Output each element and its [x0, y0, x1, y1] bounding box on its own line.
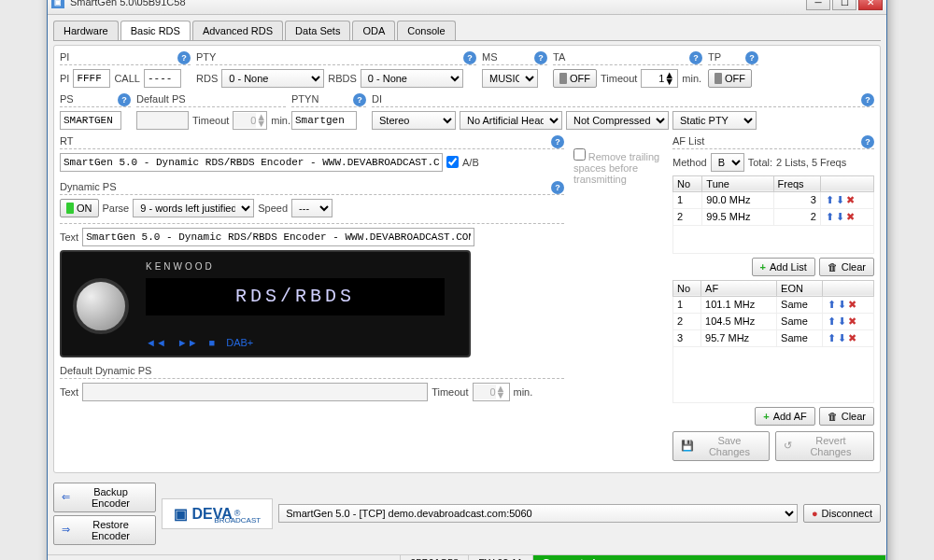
- default-ps-group-label: Default PS: [136, 93, 286, 105]
- di-head-select[interactable]: No Artificial Head: [460, 111, 562, 130]
- arrow-down-icon[interactable]: ⬇: [838, 315, 846, 328]
- close-button[interactable]: ✕: [858, 0, 883, 10]
- help-icon[interactable]: ?: [177, 51, 191, 64]
- af-method-select[interactable]: B: [711, 153, 744, 172]
- ta-timeout-label: Timeout: [601, 73, 637, 84]
- disconnect-button[interactable]: ●Disconnect: [803, 504, 881, 523]
- save-changes-button[interactable]: 💾Save Changes: [672, 431, 770, 461]
- help-icon[interactable]: ?: [463, 51, 476, 64]
- di-pty-select[interactable]: Static PTY: [672, 111, 757, 130]
- rt-trailing-option[interactable]: Remove trailing spaces before transmitti…: [573, 148, 667, 185]
- help-icon[interactable]: ?: [551, 181, 564, 194]
- pi-group-label: PI: [60, 51, 191, 63]
- arrow-up-icon[interactable]: ⬆: [828, 299, 836, 311]
- default-ps-timeout-spinner: ▲▼: [233, 111, 267, 130]
- led-off-icon: [559, 73, 567, 84]
- app-window: ▣ SmartGen 5.0\05B91C58 ─ ☐ ✕ Hardware B…: [47, 0, 887, 560]
- ta-timeout-spinner[interactable]: ▲▼: [641, 69, 678, 88]
- default-ps-input: [136, 111, 189, 130]
- maximize-button[interactable]: ☐: [832, 0, 856, 10]
- ps-input[interactable]: [60, 111, 121, 130]
- revert-changes-button[interactable]: ↺Revert Changes: [775, 431, 874, 461]
- default-dps-timeout-spinner: ▲▼: [473, 383, 510, 401]
- table-row[interactable]: 2104.5 MHzSame⬆⬇✖: [673, 313, 874, 329]
- revert-icon: ↺: [784, 440, 792, 452]
- help-icon[interactable]: ?: [745, 51, 758, 64]
- arrow-up-icon[interactable]: ⬆: [826, 194, 834, 206]
- ms-select[interactable]: MUSIC: [482, 69, 538, 88]
- arrow-up-icon[interactable]: ⬆: [828, 332, 836, 344]
- rt-input[interactable]: [60, 153, 443, 172]
- tab-console[interactable]: Console: [397, 21, 455, 40]
- backup-encoder-button[interactable]: ⇐Backup Encoder: [53, 483, 156, 512]
- help-icon[interactable]: ?: [118, 93, 131, 106]
- af-tune-table: NoTuneFreqs 190.0 MHz3⬆⬇✖ 299.5 MHz2⬆⬇✖: [672, 175, 874, 254]
- add-af-button[interactable]: +Add AF: [755, 407, 815, 426]
- call-input[interactable]: [144, 69, 181, 88]
- ptyn-input[interactable]: [291, 111, 357, 130]
- dps-group-label: Dynamic PS: [60, 181, 564, 192]
- ta-group-label: TA: [553, 51, 702, 63]
- arrow-down-icon[interactable]: ⬇: [838, 299, 846, 311]
- rds-label: RDS: [196, 73, 218, 84]
- dps-speed-select[interactable]: ---: [291, 199, 333, 217]
- di-stereo-select[interactable]: Stereo: [372, 111, 456, 130]
- delete-icon[interactable]: ✖: [846, 211, 855, 223]
- tp-toggle[interactable]: OFF: [708, 69, 752, 88]
- delete-icon[interactable]: ✖: [848, 299, 856, 311]
- status-serial: 05B91C58: [401, 555, 469, 561]
- delete-icon[interactable]: ✖: [846, 194, 855, 206]
- delete-icon[interactable]: ✖: [848, 315, 856, 328]
- delete-icon[interactable]: ✖: [848, 332, 856, 344]
- minimize-button[interactable]: ─: [806, 0, 830, 10]
- status-connected: Connected: [533, 555, 886, 561]
- rt-ab-checkbox[interactable]: [446, 156, 459, 168]
- ta-toggle[interactable]: OFF: [553, 69, 597, 88]
- deva-logo: ▣ DEVA® BROADCAST: [162, 498, 273, 529]
- help-icon[interactable]: ?: [534, 51, 547, 64]
- help-icon[interactable]: ?: [551, 135, 564, 148]
- radio-display-text: RDS/RBDS: [146, 278, 445, 315]
- default-dps-text-input: [82, 383, 428, 401]
- clear-list-button[interactable]: 🗑Clear: [819, 258, 874, 276]
- connection-select[interactable]: SmartGen 5.0 - [TCP] demo.devabroadcast.…: [278, 504, 798, 523]
- pi-input[interactable]: [73, 69, 110, 88]
- table-row[interactable]: 395.7 MHzSame⬆⬇✖: [673, 329, 874, 346]
- tab-data-sets[interactable]: Data Sets: [285, 21, 350, 40]
- af-freq-table: NoAFEON 1101.1 MHzSame⬆⬇✖ 2104.5 MHzSame…: [672, 280, 874, 403]
- di-comp-select[interactable]: Not Compressed: [566, 111, 669, 130]
- table-row[interactable]: 190.0 MHz3⬆⬇✖: [673, 191, 874, 208]
- app-icon: ▣: [51, 0, 64, 8]
- rt-group-label: RT: [60, 135, 564, 147]
- arrow-down-icon[interactable]: ⬇: [838, 332, 846, 344]
- table-row[interactable]: 299.5 MHz2⬆⬇✖: [673, 208, 874, 225]
- dps-toggle[interactable]: ON: [60, 199, 99, 217]
- dps-text-input[interactable]: [82, 228, 474, 246]
- status-firmware: FW:02.11: [469, 555, 533, 561]
- help-icon[interactable]: ?: [861, 135, 874, 148]
- default-dps-group-label: Default Dynamic PS: [60, 365, 564, 376]
- arrow-up-icon[interactable]: ⬆: [828, 315, 836, 328]
- clear-af-button[interactable]: 🗑Clear: [819, 407, 874, 426]
- arrow-down-icon[interactable]: ⬇: [836, 211, 844, 223]
- rds-select[interactable]: 0 - None: [221, 69, 324, 88]
- dps-parse-select[interactable]: 9 - words left justified: [133, 199, 254, 217]
- add-list-button[interactable]: +Add List: [752, 258, 815, 276]
- arrow-up-icon[interactable]: ⬆: [826, 211, 834, 223]
- pi-label: PI: [60, 73, 69, 84]
- tab-basic-rds[interactable]: Basic RDS: [120, 21, 191, 40]
- backup-icon: ⇐: [62, 491, 70, 503]
- radio-preview: KENWOOD RDS/RBDS ◄◄►►■DAB+: [60, 250, 471, 357]
- record-icon: ●: [812, 508, 818, 519]
- tab-hardware[interactable]: Hardware: [53, 21, 119, 40]
- tab-oda[interactable]: ODA: [352, 21, 395, 40]
- plus-icon: +: [763, 411, 769, 422]
- help-icon[interactable]: ?: [861, 93, 874, 106]
- help-icon[interactable]: ?: [689, 51, 702, 64]
- tab-advanced-rds[interactable]: Advanced RDS: [192, 21, 283, 40]
- rbds-select[interactable]: 0 - None: [361, 69, 463, 88]
- restore-encoder-button[interactable]: ⇒Restore Encoder: [53, 515, 156, 545]
- help-icon[interactable]: ?: [353, 93, 366, 106]
- arrow-down-icon[interactable]: ⬇: [836, 194, 844, 206]
- table-row[interactable]: 1101.1 MHzSame⬆⬇✖: [673, 296, 874, 313]
